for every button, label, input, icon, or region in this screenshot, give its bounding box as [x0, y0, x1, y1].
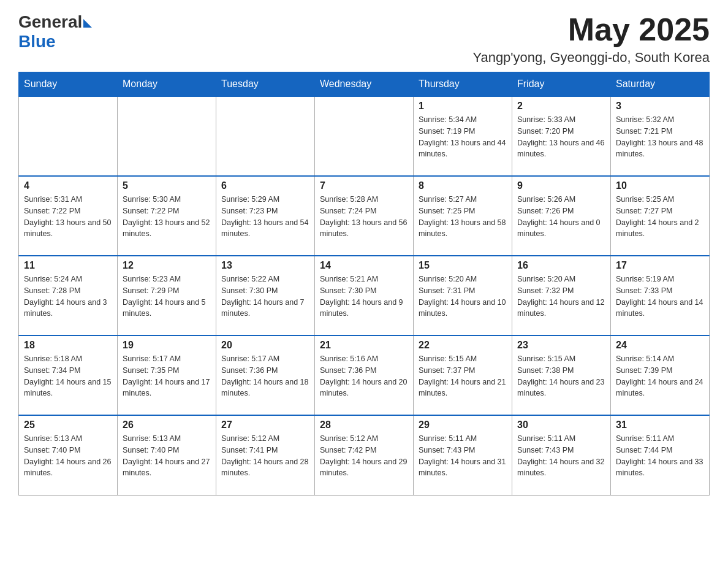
table-row: 9Sunrise: 5:26 AMSunset: 7:26 PMDaylight…	[512, 176, 611, 256]
table-row	[315, 96, 414, 176]
day-number: 26	[123, 419, 211, 431]
table-row: 22Sunrise: 5:15 AMSunset: 7:37 PMDayligh…	[414, 335, 512, 415]
day-info: Sunrise: 5:11 AMSunset: 7:44 PMDaylight:…	[616, 433, 704, 479]
day-info: Sunrise: 5:11 AMSunset: 7:43 PMDaylight:…	[517, 433, 605, 479]
day-info: Sunrise: 5:20 AMSunset: 7:31 PMDaylight:…	[419, 274, 507, 320]
logo-general-text: General	[18, 12, 82, 32]
day-number: 31	[616, 419, 704, 431]
table-row: 28Sunrise: 5:12 AMSunset: 7:42 PMDayligh…	[315, 415, 414, 495]
table-row: 18Sunrise: 5:18 AMSunset: 7:34 PMDayligh…	[19, 335, 118, 415]
day-info: Sunrise: 5:11 AMSunset: 7:43 PMDaylight:…	[419, 433, 507, 479]
col-tuesday: Tuesday	[216, 72, 315, 97]
table-row: 5Sunrise: 5:30 AMSunset: 7:22 PMDaylight…	[118, 176, 216, 256]
table-row	[118, 96, 216, 176]
table-row: 31Sunrise: 5:11 AMSunset: 7:44 PMDayligh…	[611, 415, 710, 495]
day-info: Sunrise: 5:26 AMSunset: 7:26 PMDaylight:…	[517, 194, 605, 240]
day-number: 19	[123, 340, 211, 351]
day-info: Sunrise: 5:33 AMSunset: 7:20 PMDaylight:…	[517, 114, 605, 160]
day-number: 16	[517, 260, 605, 271]
table-row: 1Sunrise: 5:34 AMSunset: 7:19 PMDaylight…	[414, 96, 512, 176]
table-row: 24Sunrise: 5:14 AMSunset: 7:39 PMDayligh…	[611, 335, 710, 415]
day-number: 9	[517, 180, 605, 191]
day-number: 23	[517, 340, 605, 351]
table-row: 20Sunrise: 5:17 AMSunset: 7:36 PMDayligh…	[216, 335, 315, 415]
table-row: 6Sunrise: 5:29 AMSunset: 7:23 PMDaylight…	[216, 176, 315, 256]
table-row: 8Sunrise: 5:27 AMSunset: 7:25 PMDaylight…	[414, 176, 512, 256]
table-row: 16Sunrise: 5:20 AMSunset: 7:32 PMDayligh…	[512, 256, 611, 335]
table-row: 4Sunrise: 5:31 AMSunset: 7:22 PMDaylight…	[19, 176, 118, 256]
table-row: 12Sunrise: 5:23 AMSunset: 7:29 PMDayligh…	[118, 256, 216, 335]
day-number: 6	[221, 180, 309, 191]
day-number: 25	[24, 419, 112, 431]
calendar-table: Sunday Monday Tuesday Wednesday Thursday…	[18, 72, 710, 496]
table-row: 27Sunrise: 5:12 AMSunset: 7:41 PMDayligh…	[216, 415, 315, 495]
day-info: Sunrise: 5:17 AMSunset: 7:36 PMDaylight:…	[221, 353, 309, 399]
logo-blue-text: Blue	[18, 32, 56, 52]
table-row: 19Sunrise: 5:17 AMSunset: 7:35 PMDayligh…	[118, 335, 216, 415]
day-number: 3	[616, 101, 704, 112]
day-number: 20	[221, 340, 309, 351]
day-number: 2	[517, 101, 605, 112]
day-number: 8	[419, 180, 507, 191]
table-row: 3Sunrise: 5:32 AMSunset: 7:21 PMDaylight…	[611, 96, 710, 176]
table-row: 17Sunrise: 5:19 AMSunset: 7:33 PMDayligh…	[611, 256, 710, 335]
table-row: 30Sunrise: 5:11 AMSunset: 7:43 PMDayligh…	[512, 415, 611, 495]
day-number: 10	[616, 180, 704, 191]
day-number: 29	[419, 419, 507, 431]
col-saturday: Saturday	[611, 72, 710, 97]
col-sunday: Sunday	[19, 72, 118, 97]
col-friday: Friday	[512, 72, 611, 97]
day-info: Sunrise: 5:29 AMSunset: 7:23 PMDaylight:…	[221, 194, 309, 240]
day-info: Sunrise: 5:22 AMSunset: 7:30 PMDaylight:…	[221, 274, 309, 320]
col-wednesday: Wednesday	[315, 72, 414, 97]
table-row: 21Sunrise: 5:16 AMSunset: 7:36 PMDayligh…	[315, 335, 414, 415]
day-number: 21	[320, 340, 408, 351]
calendar-week-row: 18Sunrise: 5:18 AMSunset: 7:34 PMDayligh…	[19, 335, 710, 415]
table-row: 25Sunrise: 5:13 AMSunset: 7:40 PMDayligh…	[19, 415, 118, 495]
day-number: 17	[616, 260, 704, 271]
col-monday: Monday	[118, 72, 216, 97]
day-info: Sunrise: 5:13 AMSunset: 7:40 PMDaylight:…	[123, 433, 211, 479]
col-thursday: Thursday	[414, 72, 512, 97]
day-number: 11	[24, 260, 112, 271]
day-number: 1	[419, 101, 507, 112]
table-row: 26Sunrise: 5:13 AMSunset: 7:40 PMDayligh…	[118, 415, 216, 495]
day-info: Sunrise: 5:25 AMSunset: 7:27 PMDaylight:…	[616, 194, 704, 240]
day-number: 13	[221, 260, 309, 271]
day-info: Sunrise: 5:17 AMSunset: 7:35 PMDaylight:…	[123, 353, 211, 399]
table-row	[216, 96, 315, 176]
day-number: 4	[24, 180, 112, 191]
logo: General Blue	[18, 12, 92, 52]
day-info: Sunrise: 5:28 AMSunset: 7:24 PMDaylight:…	[320, 194, 408, 240]
day-info: Sunrise: 5:20 AMSunset: 7:32 PMDaylight:…	[517, 274, 605, 320]
day-info: Sunrise: 5:32 AMSunset: 7:21 PMDaylight:…	[616, 114, 704, 160]
day-number: 12	[123, 260, 211, 271]
day-info: Sunrise: 5:30 AMSunset: 7:22 PMDaylight:…	[123, 194, 211, 240]
day-info: Sunrise: 5:23 AMSunset: 7:29 PMDaylight:…	[123, 274, 211, 320]
day-info: Sunrise: 5:14 AMSunset: 7:39 PMDaylight:…	[616, 353, 704, 399]
day-number: 28	[320, 419, 408, 431]
logo-triangle-icon	[83, 19, 92, 28]
day-info: Sunrise: 5:21 AMSunset: 7:30 PMDaylight:…	[320, 274, 408, 320]
day-info: Sunrise: 5:31 AMSunset: 7:22 PMDaylight:…	[24, 194, 112, 240]
month-year-title: May 2025	[472, 12, 710, 47]
calendar-week-row: 4Sunrise: 5:31 AMSunset: 7:22 PMDaylight…	[19, 176, 710, 256]
day-number: 7	[320, 180, 408, 191]
day-info: Sunrise: 5:18 AMSunset: 7:34 PMDaylight:…	[24, 353, 112, 399]
table-row: 14Sunrise: 5:21 AMSunset: 7:30 PMDayligh…	[315, 256, 414, 335]
table-row	[19, 96, 118, 176]
table-row: 23Sunrise: 5:15 AMSunset: 7:38 PMDayligh…	[512, 335, 611, 415]
day-info: Sunrise: 5:12 AMSunset: 7:41 PMDaylight:…	[221, 433, 309, 479]
calendar-header-row: Sunday Monday Tuesday Wednesday Thursday…	[19, 72, 710, 97]
calendar-week-row: 1Sunrise: 5:34 AMSunset: 7:19 PMDaylight…	[19, 96, 710, 176]
table-row: 11Sunrise: 5:24 AMSunset: 7:28 PMDayligh…	[19, 256, 118, 335]
day-number: 27	[221, 419, 309, 431]
page-header: General Blue May 2025 Yangp'yong, Gyeong…	[18, 12, 710, 66]
day-number: 22	[419, 340, 507, 351]
table-row: 13Sunrise: 5:22 AMSunset: 7:30 PMDayligh…	[216, 256, 315, 335]
day-info: Sunrise: 5:34 AMSunset: 7:19 PMDaylight:…	[419, 114, 507, 160]
calendar-week-row: 11Sunrise: 5:24 AMSunset: 7:28 PMDayligh…	[19, 256, 710, 335]
day-info: Sunrise: 5:27 AMSunset: 7:25 PMDaylight:…	[419, 194, 507, 240]
day-number: 30	[517, 419, 605, 431]
day-info: Sunrise: 5:16 AMSunset: 7:36 PMDaylight:…	[320, 353, 408, 399]
